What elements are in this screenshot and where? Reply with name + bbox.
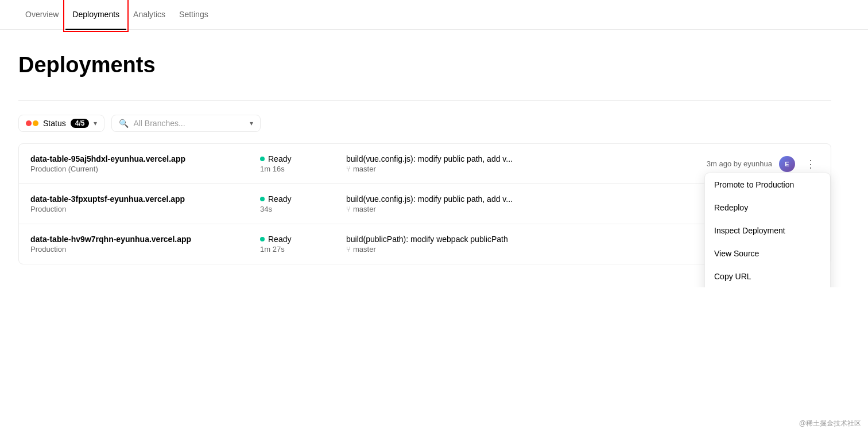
deploy-info: data-table-3fpxuptsf-eyunhua.vercel.app … — [30, 194, 249, 213]
deploy-status: Ready 1m 16s — [260, 154, 335, 173]
branch-name: master — [353, 245, 376, 253]
deploy-meta: 3m ago by eyunhua E ⋮ — [693, 156, 819, 172]
context-menu-item-view-source[interactable]: View Source — [705, 242, 830, 265]
status-duration: 34s — [260, 205, 335, 213]
branch-name: master — [353, 165, 376, 173]
deploy-status: Ready 1m 27s — [260, 235, 335, 253]
status-icons — [26, 120, 38, 126]
status-count-badge: 4/5 — [71, 119, 90, 128]
copy-url-label: Copy URL — [714, 272, 751, 281]
status-text: Ready — [268, 194, 291, 204]
status-duration: 1m 27s — [260, 245, 335, 253]
green-dot-icon — [260, 197, 265, 201]
context-menu-item-promote[interactable]: Promote to Production — [705, 173, 830, 196]
branch-icon: ⑂ — [346, 165, 351, 173]
branch-name: master — [353, 205, 376, 213]
green-dot-icon — [260, 157, 265, 161]
tab-settings[interactable]: Settings — [172, 0, 215, 30]
page-content: Deployments Status 4/5 ▾ 🔍 All Branches.… — [0, 30, 850, 287]
deploy-env: Production — [30, 205, 249, 213]
commit-branch: ⑂ master — [346, 245, 681, 253]
context-menu: Promote to Production Redeploy Inspect D… — [704, 173, 831, 287]
deploy-env: Production (Current) — [30, 165, 249, 173]
branch-placeholder: All Branches... — [133, 119, 245, 128]
branch-icon: ⑂ — [346, 245, 351, 253]
search-icon: 🔍 — [119, 119, 129, 128]
commit-message: build(vue.config.js): modify public path… — [346, 154, 681, 163]
context-menu-item-inspect[interactable]: Inspect Deployment — [705, 219, 830, 242]
branch-icon: ⑂ — [346, 205, 351, 213]
redeploy-label: Redeploy — [714, 203, 748, 212]
commit-message: build(vue.config.js): modify public path… — [346, 194, 681, 204]
branch-filter[interactable]: 🔍 All Branches... ▾ — [111, 115, 261, 132]
branch-chevron-icon: ▾ — [250, 119, 253, 127]
top-navigation: Overview Deployments Analytics Settings — [0, 0, 868, 30]
deploy-commit: build(vue.config.js): modify public path… — [346, 154, 681, 173]
tab-analytics[interactable]: Analytics — [126, 0, 172, 30]
dot-red-icon — [26, 120, 32, 126]
inspect-label: Inspect Deployment — [714, 226, 785, 235]
deploy-time-user: 3m ago by eyunhua — [707, 159, 772, 168]
deploy-status: Ready 34s — [260, 194, 335, 213]
status-text: Ready — [268, 235, 291, 244]
more-options-button[interactable]: ⋮ — [802, 157, 819, 171]
view-source-label: View Source — [714, 249, 759, 258]
deploy-commit: build(publicPath): modify webpack public… — [346, 235, 681, 253]
context-menu-item-copy-url[interactable]: Copy URL — [705, 265, 830, 287]
commit-message: build(publicPath): modify webpack public… — [346, 235, 681, 244]
status-ready: Ready — [260, 194, 335, 204]
filter-bar: Status 4/5 ▾ 🔍 All Branches... ▾ — [18, 115, 831, 132]
deploy-url[interactable]: data-table-hv9w7rqhn-eyunhua.vercel.app — [30, 235, 249, 244]
status-ready: Ready — [260, 235, 335, 244]
deployments-table: data-table-95aj5hdxl-eyunhua.vercel.app … — [18, 143, 831, 264]
tab-overview[interactable]: Overview — [18, 0, 65, 30]
deploy-info: data-table-hv9w7rqhn-eyunhua.vercel.app … — [30, 235, 249, 253]
deploy-url[interactable]: data-table-95aj5hdxl-eyunhua.vercel.app — [30, 154, 249, 163]
status-duration: 1m 16s — [260, 165, 335, 173]
status-text: Ready — [268, 154, 291, 163]
chevron-down-icon: ▾ — [94, 119, 97, 127]
deploy-info: data-table-95aj5hdxl-eyunhua.vercel.app … — [30, 154, 249, 173]
status-label: Status — [43, 119, 66, 128]
green-dot-icon — [260, 237, 265, 241]
avatar: E — [779, 156, 795, 172]
status-filter[interactable]: Status 4/5 ▾ — [18, 115, 104, 132]
deploy-commit: build(vue.config.js): modify public path… — [346, 194, 681, 213]
avatar-image: E — [779, 156, 795, 172]
tab-deployments[interactable]: Deployments — [65, 0, 126, 30]
page-title: Deployments — [18, 53, 831, 77]
commit-branch: ⑂ master — [346, 205, 681, 213]
commit-branch: ⑂ master — [346, 165, 681, 173]
context-menu-item-redeploy[interactable]: Redeploy — [705, 196, 830, 219]
deploy-env: Production — [30, 245, 249, 253]
divider — [18, 100, 831, 101]
status-ready: Ready — [260, 154, 335, 163]
table-row: data-table-95aj5hdxl-eyunhua.vercel.app … — [19, 144, 831, 184]
promote-label: Promote to Production — [714, 180, 794, 189]
dot-yellow-icon — [33, 120, 38, 126]
deploy-url[interactable]: data-table-3fpxuptsf-eyunhua.vercel.app — [30, 194, 249, 204]
